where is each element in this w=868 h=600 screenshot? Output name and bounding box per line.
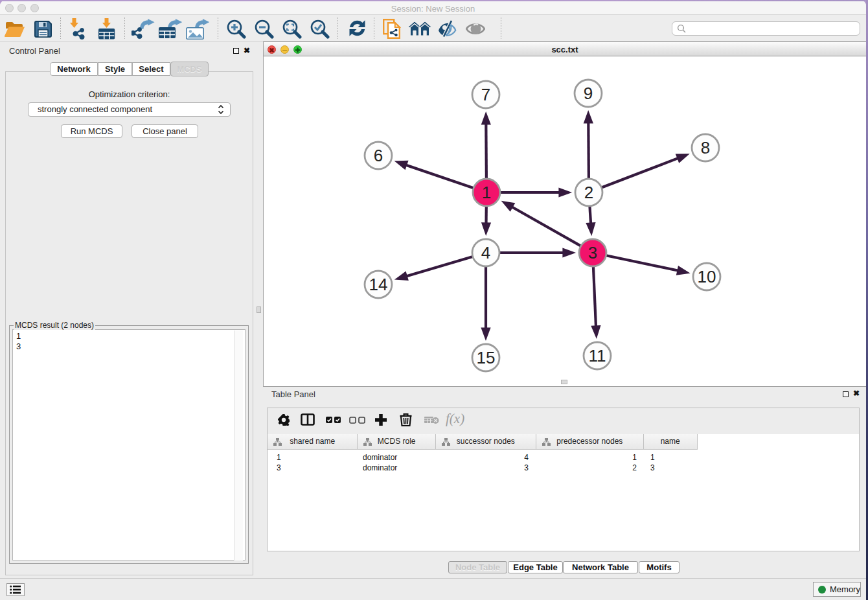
svg-text:4: 4 <box>481 243 490 262</box>
svg-text:14: 14 <box>369 275 388 294</box>
svg-text:11: 11 <box>589 346 606 365</box>
svg-text:10: 10 <box>698 267 716 286</box>
svg-text:8: 8 <box>701 138 710 157</box>
svg-text:1: 1 <box>482 183 491 202</box>
svg-text:15: 15 <box>477 348 496 367</box>
svg-text:6: 6 <box>374 146 383 165</box>
svg-text:7: 7 <box>481 85 490 104</box>
svg-text:3: 3 <box>588 243 597 262</box>
svg-text:2: 2 <box>584 183 593 202</box>
svg-text:9: 9 <box>584 84 593 103</box>
